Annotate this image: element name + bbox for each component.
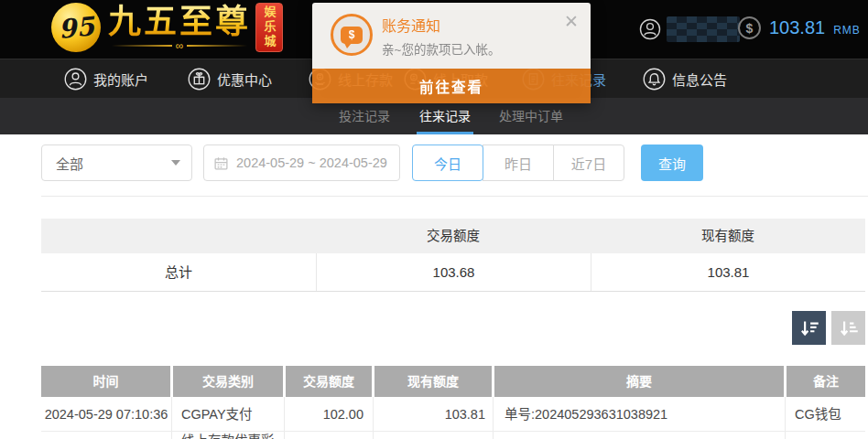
user-account-chip[interactable]: [639, 16, 740, 42]
site-logo[interactable]: 95 九五至尊 ∞ 娱乐城: [51, 3, 283, 52]
col-header-type: 交易类别: [173, 366, 283, 397]
close-icon[interactable]: ✕: [564, 11, 579, 32]
page: 95 九五至尊 ∞ 娱乐城 $ 1: [0, 0, 868, 439]
subnav: 投注记录 往来记录 处理中订单: [0, 98, 868, 134]
sort-descending-button[interactable]: [792, 311, 826, 345]
table-row-partial: 线上存款优惠彩金: [41, 432, 865, 439]
content: 全部 2024-05-29 ~ 2024-05-29 今日 昨日 近7日 查询 …: [0, 134, 868, 439]
sort-descending-icon: [797, 316, 821, 340]
search-button[interactable]: 查询: [641, 145, 703, 181]
cell-amount: [284, 432, 373, 439]
go-view-button[interactable]: 前往查看: [312, 69, 591, 103]
username-redacted: [667, 16, 740, 42]
cell-type: 线上存款优惠彩金: [171, 432, 284, 439]
bell-icon: [643, 68, 666, 91]
cell-balance: 103.81: [373, 397, 493, 431]
logo-title: 九五至尊: [108, 4, 251, 40]
summary-header-balance: 现有额度: [591, 219, 865, 253]
col-header-balance: 现有额度: [374, 366, 492, 397]
notification-popup: $ 账务通知 亲~您的款项已入帐。 ✕ 前往查看: [312, 3, 591, 103]
balance-currency: RMB: [833, 24, 861, 37]
logo-badge: 娱乐城: [255, 3, 283, 52]
table-row: 2024-05-29 07:10:36 CGPAY支付 102.00 103.8…: [41, 397, 865, 432]
summary-header-empty: [41, 219, 316, 253]
logo-text-block: 九五至尊 ∞: [108, 4, 251, 51]
sort-ascending-button[interactable]: [831, 311, 865, 345]
notification-message: 亲~您的款项已入帐。: [382, 39, 500, 58]
cell-summary: 单号:202405293631038921: [493, 397, 785, 431]
tab-pending-orders[interactable]: 处理中订单: [499, 98, 563, 134]
tab-betting-records[interactable]: 投注记录: [339, 98, 390, 134]
nav-item-my-account[interactable]: 我的账户: [64, 59, 148, 99]
summary-total-trade: 103.68: [316, 253, 591, 291]
cell-time: [41, 432, 171, 439]
yesterday-button[interactable]: 昨日: [483, 145, 554, 181]
tab-transaction-records[interactable]: 往来记录: [419, 98, 471, 134]
date-range-input[interactable]: 2024-05-29 ~ 2024-05-29: [203, 145, 400, 181]
summary-header-trade: 交易额度: [316, 219, 591, 253]
chevron-down-icon: [171, 160, 180, 166]
col-header-note: 备注: [787, 366, 865, 397]
last-7-days-button[interactable]: 近7日: [553, 145, 624, 181]
balance-display: $ 103.81 RMB: [738, 16, 861, 39]
logo-monogram-icon: 95: [51, 3, 101, 52]
records-table: 时间 交易类别 交易额度 现有额度 摘要 备注 2024-05-29 07:10…: [41, 366, 865, 439]
money-bubble-icon: $: [331, 14, 373, 56]
summary-total-label: 总计: [41, 253, 316, 291]
logo-flourish-icon: ∞: [108, 40, 251, 51]
col-header-amount: 交易额度: [286, 366, 372, 397]
notification-title: 账务通知: [382, 14, 440, 36]
calendar-icon: [213, 155, 229, 171]
quick-range-group: 今日 昨日 近7日: [412, 145, 624, 181]
divider: [41, 196, 868, 197]
summary-header-row: 交易额度 现有额度: [41, 219, 865, 253]
date-range-value: 2024-05-29 ~ 2024-05-29: [236, 155, 387, 170]
notification-body: $ 账务通知 亲~您的款项已入帐。 ✕: [312, 3, 591, 69]
account-icon: [64, 68, 87, 91]
col-header-time: 时间: [41, 366, 170, 397]
nav-label: 信息公告: [672, 70, 727, 89]
cell-balance: [373, 432, 493, 439]
cell-time: 2024-05-29 07:10:36: [41, 397, 171, 431]
nav-label: 优惠中心: [217, 70, 272, 89]
summary-total-row: 总计 103.68 103.81: [41, 253, 865, 292]
type-select[interactable]: 全部: [41, 145, 192, 181]
col-header-summary: 摘要: [494, 366, 784, 397]
type-select-value: 全部: [56, 154, 171, 173]
summary-table: 交易额度 现有额度 总计 103.68 103.81: [41, 219, 865, 292]
sort-ascending-icon: [837, 316, 861, 340]
cell-note: CG钱包: [785, 397, 865, 431]
cell-type: CGPAY支付: [171, 397, 284, 431]
gift-icon: [188, 68, 211, 91]
records-header-row: 时间 交易类别 交易额度 现有额度 摘要 备注: [41, 366, 865, 397]
summary-total-balance: 103.81: [591, 253, 865, 291]
cell-amount: 102.00: [284, 397, 373, 431]
nav-item-promotions[interactable]: 优惠中心: [188, 59, 272, 99]
nav-item-announcements[interactable]: 信息公告: [643, 59, 727, 99]
user-icon: [639, 18, 661, 40]
nav-label: 我的账户: [93, 70, 148, 89]
cell-summary: [493, 432, 785, 439]
dollar-circle-icon: $: [738, 16, 761, 39]
cell-note: [785, 432, 865, 439]
balance-amount: 103.81: [769, 17, 825, 38]
today-button[interactable]: 今日: [412, 145, 483, 181]
